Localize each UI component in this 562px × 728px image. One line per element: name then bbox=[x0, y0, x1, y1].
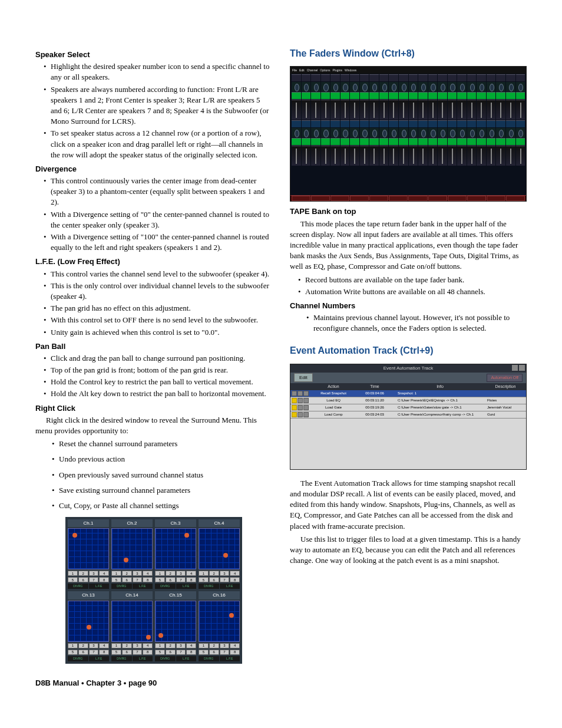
eat-body: Recall Snapshot00:03:04:06Snapshot: 1Loa… bbox=[290, 390, 526, 469]
speaker-select-row: 5678 bbox=[199, 650, 240, 655]
speaker-select-row: 1234 bbox=[155, 643, 196, 648]
tape-paragraph: This mode places the tape return fader b… bbox=[290, 219, 527, 272]
list-item: The pan grid has no effect on this adjus… bbox=[44, 303, 272, 314]
col-action: Action bbox=[313, 384, 354, 390]
left-column: Speaker Select Highlight the desired spe… bbox=[35, 47, 272, 664]
list-item: Hold the Control key to restrict the pan… bbox=[44, 377, 272, 387]
speaker-select-row: 1234 bbox=[155, 571, 196, 576]
channel-label: Ch.2 bbox=[111, 519, 153, 527]
list-item: Hold the Alt key down to restrict the pa… bbox=[44, 388, 272, 399]
list-item: Record buttons are available on the tape… bbox=[298, 275, 527, 285]
heading-faders-window: The Faders Window (Ctrl+8) bbox=[290, 47, 527, 60]
speaker-select-row: 5678 bbox=[68, 650, 109, 655]
heading-event-automation: Event Automation Track (Ctrl+9) bbox=[290, 344, 527, 357]
surround-channel: Ch.1312345678DIVRGL.F.E bbox=[68, 591, 109, 661]
eat-toolbar: Edit Automation Off bbox=[290, 373, 526, 383]
col-info: Info bbox=[395, 384, 485, 390]
list-item: Maintains previous channel layout. Howev… bbox=[306, 312, 527, 334]
event-automation-screenshot: Event Automation Track Edit Automation O… bbox=[290, 364, 527, 470]
surround-pan-screenshot: Ch.112345678DIVRGL.F.ECh.212345678DIVRGL… bbox=[65, 517, 242, 663]
window-buttons bbox=[512, 365, 525, 371]
eat-paragraph-1: The Event Automation Track allows for ti… bbox=[290, 478, 527, 532]
heading-rightclick: Right Click bbox=[35, 403, 272, 414]
speaker-select-row: 1234 bbox=[68, 643, 109, 648]
surround-channel: Ch.1412345678DIVRGL.F.E bbox=[111, 591, 153, 661]
surround-channel: Ch.312345678DIVRGL.F.E bbox=[155, 519, 196, 589]
list-item: Automation Write buttons are available o… bbox=[298, 286, 527, 297]
heading-lfe: L.F.E. (Low Freq Effect) bbox=[35, 256, 272, 267]
right-column: The Faders Window (Ctrl+8) FileEditChann… bbox=[290, 47, 527, 664]
list-item: Unity gain is achieved when this control… bbox=[44, 327, 272, 338]
faders-menubar: FileEditChannelOptionsPluginsWindows bbox=[290, 67, 526, 74]
pan-grid[interactable] bbox=[111, 601, 153, 642]
speaker-select-row: 5678 bbox=[111, 577, 153, 582]
channel-label: Ch.3 bbox=[155, 519, 196, 527]
heading-divergence: Divergence bbox=[35, 164, 272, 174]
automation-toggle[interactable]: Automation Off bbox=[487, 374, 523, 382]
pan-grid[interactable] bbox=[111, 528, 153, 569]
col-desc: Description bbox=[485, 384, 526, 390]
surround-channel: Ch.1612345678DIVRGL.F.E bbox=[199, 591, 240, 661]
speaker-select-list: Highlight the desired speaker number ico… bbox=[35, 61, 272, 160]
heading-panball: Pan Ball bbox=[35, 341, 272, 352]
speaker-select-row: 5678 bbox=[155, 650, 196, 655]
surround-channel: Ch.412345678DIVRGL.F.E bbox=[199, 519, 240, 589]
eat-paragraph-2: Use this list to trigger files to load a… bbox=[290, 534, 527, 566]
table-row[interactable]: Recall Snapshot00:03:04:06Snapshot: 1 bbox=[290, 390, 526, 397]
pan-grid[interactable] bbox=[155, 528, 196, 569]
channel-label: Ch.1 bbox=[68, 519, 109, 527]
list-item: Highlight the desired speaker number ico… bbox=[44, 61, 272, 83]
table-row[interactable]: Load EQ00:03:11:20C:\User Presets\EQs\EQ… bbox=[290, 397, 526, 404]
col-time: Time bbox=[354, 384, 395, 390]
speaker-select-row: 5678 bbox=[111, 650, 153, 655]
channel-label: Ch.4 bbox=[199, 519, 240, 527]
table-row[interactable]: Load Comp00:03:24:03C:\User Presets\Comp… bbox=[290, 411, 526, 419]
faders-window-screenshot: FileEditChannelOptionsPluginsWindows bbox=[290, 66, 527, 202]
eat-title-text: Event Automation Track bbox=[384, 365, 434, 371]
table-row[interactable]: Load Gate00:03:19:26C:\User Presets\Gate… bbox=[290, 404, 526, 411]
rightclick-intro: Right click in the desired window to rev… bbox=[35, 415, 272, 436]
speaker-select-row: 1234 bbox=[111, 571, 153, 576]
list-item: Undo previous action bbox=[52, 454, 272, 465]
lfe-list: This control varies the channel send lev… bbox=[35, 269, 272, 338]
heading-channel-numbers: Channel Numbers bbox=[290, 301, 527, 311]
pan-grid[interactable] bbox=[199, 601, 240, 642]
heading-tape-bank: TAPE Bank on top bbox=[290, 206, 527, 217]
pan-grid[interactable] bbox=[68, 528, 109, 569]
surround-channel: Ch.112345678DIVRGL.F.E bbox=[68, 519, 109, 589]
list-item: With a Divergence setting of "0" the cen… bbox=[44, 209, 272, 230]
page-columns: Speaker Select Highlight the desired spe… bbox=[35, 47, 527, 664]
speaker-select-row: 1234 bbox=[111, 643, 153, 648]
channel-label: Ch.15 bbox=[155, 591, 196, 599]
list-item: Speakers are always numbered according t… bbox=[44, 84, 272, 127]
surround-channel: Ch.1512345678DIVRGL.F.E bbox=[155, 591, 196, 661]
list-item: Top of the pan grid is front; bottom of … bbox=[44, 365, 272, 375]
speaker-select-row: 5678 bbox=[68, 577, 109, 582]
panball-list: Click and drag the pan ball to change su… bbox=[35, 353, 272, 400]
list-item: This is the only control over individual… bbox=[44, 281, 272, 302]
list-item: This control varies the channel send lev… bbox=[44, 269, 272, 279]
list-item: With a Divergence setting of "100" the c… bbox=[44, 232, 272, 253]
pan-grid[interactable] bbox=[68, 601, 109, 642]
heading-speaker-select: Speaker Select bbox=[35, 50, 272, 60]
channel-label: Ch.13 bbox=[68, 591, 109, 599]
speaker-select-row: 1234 bbox=[199, 643, 240, 648]
speaker-select-row: 1234 bbox=[199, 571, 240, 576]
edit-button[interactable]: Edit bbox=[294, 373, 313, 382]
tape-list: Record buttons are available on the tape… bbox=[290, 275, 527, 297]
list-item: Save existing surround channel parameter… bbox=[52, 485, 272, 496]
pan-grid[interactable] bbox=[199, 528, 240, 569]
rightclick-list: Reset the channel surround parameters Un… bbox=[35, 439, 272, 511]
speaker-select-row: 1234 bbox=[68, 571, 109, 576]
list-item: This control continuously varies the cen… bbox=[44, 176, 272, 208]
chnum-list: Maintains previous channel layout. Howev… bbox=[290, 312, 527, 334]
page-footer: D8B Manual • Chapter 3 • page 90 bbox=[35, 678, 527, 689]
surround-channel: Ch.212345678DIVRGL.F.E bbox=[111, 519, 153, 589]
divergence-list: This control continuously varies the cen… bbox=[35, 176, 272, 253]
list-item: Click and drag the pan ball to change su… bbox=[44, 353, 272, 364]
list-item: Reset the channel surround parameters bbox=[52, 439, 272, 449]
channel-label: Ch.16 bbox=[199, 591, 240, 599]
eat-columns: Action Time Info Description bbox=[290, 383, 526, 390]
list-item: Open previously saved surround channel s… bbox=[52, 470, 272, 480]
pan-grid[interactable] bbox=[155, 601, 196, 642]
